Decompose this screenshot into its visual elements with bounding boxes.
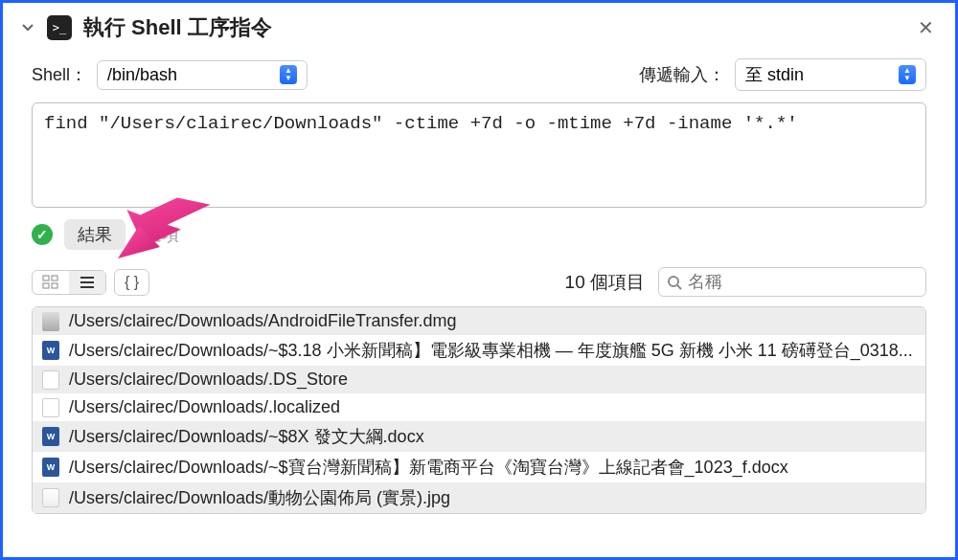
svg-rect-2	[43, 276, 49, 280]
tab-results[interactable]: 結果	[64, 219, 125, 250]
svg-rect-4	[43, 283, 49, 288]
svg-rect-3	[52, 276, 57, 280]
docx-file-icon: W	[42, 427, 59, 446]
list-item[interactable]: W/Users/clairec/Downloads/~$8X 發文大綱.docx	[33, 421, 925, 452]
success-check-icon: ✓	[32, 224, 53, 245]
panel-title: 執行 Shell 工序指令	[83, 13, 914, 42]
dmg-file-icon	[42, 312, 59, 331]
list-item[interactable]: /Users/clairec/Downloads/.DS_Store	[33, 366, 925, 393]
jpg-file-icon	[42, 488, 59, 507]
file-path-label: /Users/clairec/Downloads/.localized	[69, 397, 340, 417]
variables-button[interactable]: { }	[114, 269, 149, 296]
file-path-label: /Users/clairec/Downloads/~$3.18 小米新聞稿】電影…	[69, 339, 913, 362]
list-item[interactable]: /Users/clairec/Downloads/AndroidFileTran…	[33, 307, 925, 335]
svg-point-9	[669, 277, 678, 286]
file-path-label: /Users/clairec/Downloads/.DS_Store	[69, 370, 348, 390]
search-field[interactable]	[658, 267, 926, 297]
file-path-label: /Users/clairec/Downloads/~$寶台灣新聞稿】新電商平台《…	[69, 456, 788, 479]
close-button[interactable]: ✕	[914, 12, 938, 43]
list-item[interactable]: W/Users/clairec/Downloads/~$3.18 小米新聞稿】電…	[33, 335, 925, 366]
search-icon	[667, 275, 682, 290]
file-path-label: /Users/clairec/Downloads/~$8X 發文大綱.docx	[69, 425, 424, 448]
blank-file-icon	[42, 370, 59, 390]
svg-line-10	[677, 285, 681, 289]
shell-select[interactable]: /bin/bash ▲▼	[97, 60, 308, 90]
updown-arrows-icon: ▲▼	[280, 65, 297, 84]
item-count-label: 10 個項目	[565, 270, 645, 295]
pass-input-label: 傳遞輸入：	[639, 63, 725, 86]
blank-file-icon	[42, 398, 59, 417]
shell-label: Shell：	[32, 63, 87, 86]
shell-select-value: /bin/bash	[107, 65, 177, 85]
tab-options[interactable]: 選項	[131, 219, 193, 250]
file-path-label: /Users/clairec/Downloads/動物公園佈局 (實景).jpg	[69, 486, 450, 509]
grid-view-button[interactable]	[33, 271, 69, 294]
list-view-button[interactable]	[69, 271, 105, 294]
file-path-label: /Users/clairec/Downloads/AndroidFileTran…	[69, 311, 457, 331]
view-mode-group	[32, 270, 106, 295]
search-input[interactable]	[688, 272, 918, 292]
list-item[interactable]: /Users/clairec/Downloads/.localized	[33, 393, 925, 421]
docx-file-icon: W	[42, 458, 59, 477]
collapse-chevron-icon[interactable]	[20, 17, 35, 39]
svg-rect-5	[52, 283, 57, 288]
pass-input-select[interactable]: 至 stdin ▲▼	[735, 58, 926, 91]
pass-input-value: 至 stdin	[745, 63, 804, 86]
list-item[interactable]: W/Users/clairec/Downloads/~$寶台灣新聞稿】新電商平台…	[33, 452, 925, 482]
results-list: /Users/clairec/Downloads/AndroidFileTran…	[32, 306, 926, 514]
command-textarea[interactable]: find "/Users/clairec/Downloads" -ctime +…	[32, 102, 926, 208]
docx-file-icon: W	[42, 341, 59, 360]
list-item[interactable]: /Users/clairec/Downloads/動物公園佈局 (實景).jpg	[33, 482, 925, 513]
updown-arrows-icon: ▲▼	[899, 65, 916, 84]
terminal-icon: >_	[47, 15, 72, 40]
command-text: find "/Users/clairec/Downloads" -ctime +…	[44, 113, 798, 134]
